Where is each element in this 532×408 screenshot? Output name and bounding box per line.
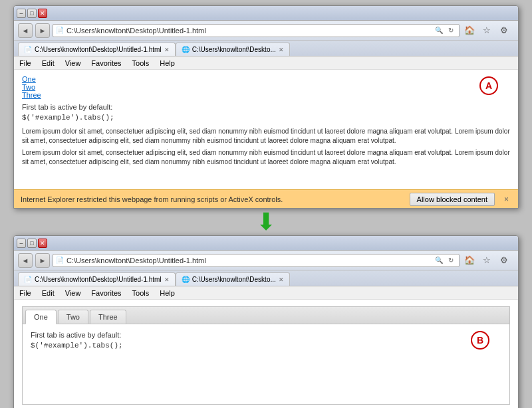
minimize-button-2[interactable]: –: [17, 239, 26, 248]
address-bar-2[interactable]: 📄 C:\Users\knowltont\Desktop\Untitled-1.…: [53, 254, 460, 267]
address-bar-1[interactable]: 📄 C:\Users\knowltont\Desktop\Untitled-1.…: [53, 24, 460, 37]
allow-blocked-content-button[interactable]: Allow blocked content: [410, 193, 495, 206]
browser-tab-4[interactable]: 🌐 C:\Users\knowltont\Deskto... ✕: [176, 272, 290, 286]
browser-window-2: – □ ✕ ◄ ► 📄 C:\Users\knowltont\Desktop\U…: [13, 235, 519, 408]
code-example-2: $('#example').tabs();: [31, 342, 501, 350]
address-text-1: C:\Users\knowltont\Desktop\Untitled-1.ht…: [66, 27, 431, 35]
ui-tab-two[interactable]: Two: [58, 310, 88, 324]
active-tab-text-1: First tab is active by default:: [22, 103, 510, 111]
nav-bar-1: ◄ ► 📄 C:\Users\knowltont\Desktop\Untitle…: [14, 21, 518, 41]
browser-content-2: One Two Three First tab is active by def…: [14, 300, 518, 408]
info-bar: Internet Explorer restricted this webpag…: [14, 189, 518, 208]
forward-button-2[interactable]: ►: [35, 253, 50, 268]
minimize-button-1[interactable]: –: [17, 9, 26, 18]
tab-icon-4: 🌐: [182, 276, 190, 283]
ui-tab-content: First tab is active by default: $('#exam…: [23, 324, 509, 404]
menu-bar-1: File Edit View Favorites Tools Help: [14, 56, 518, 70]
toolbar-right-1: 🏠 ☆ ⚙: [462, 23, 514, 38]
browser-content-1: One Two Three First tab is active by def…: [14, 70, 518, 189]
page-icon-2: 📄: [56, 256, 64, 264]
back-button-1[interactable]: ◄: [18, 23, 33, 38]
back-button-2[interactable]: ◄: [18, 253, 33, 268]
search-icon-2[interactable]: 🔍: [434, 255, 444, 266]
link-one[interactable]: One: [22, 75, 36, 83]
title-bar-1: – □ ✕: [14, 6, 518, 21]
title-bar-2: – □ ✕: [14, 236, 518, 251]
tab-label-1: C:\Users\knowltont\Desktop\Untitled-1.ht…: [35, 46, 162, 53]
menu-favorites-1[interactable]: Favorites: [90, 59, 122, 67]
menu-tools-2[interactable]: Tools: [131, 289, 151, 297]
link-two[interactable]: Two: [22, 83, 35, 91]
menu-help-1[interactable]: Help: [158, 59, 176, 67]
page-icon-1: 📄: [56, 27, 64, 34]
info-close-icon[interactable]: ×: [501, 195, 511, 204]
refresh-icon-1[interactable]: ↻: [446, 25, 456, 36]
lorem-paragraph-1: Lorem ipsum dolor sit amet, consectetuer…: [22, 127, 510, 146]
tab-icon-2: 🌐: [182, 46, 190, 53]
maximize-button-1[interactable]: □: [27, 9, 37, 18]
address-text-2: C:\Users\knowltont\Desktop\Untitled-1.ht…: [66, 256, 431, 264]
toolbar-right-2: 🏠 ☆ ⚙: [462, 253, 514, 268]
title-bar-left-2: – □ ✕: [17, 239, 47, 248]
ui-tab-one[interactable]: One: [25, 310, 57, 324]
down-arrow-icon: ⬇: [256, 210, 276, 234]
menu-view-2[interactable]: View: [64, 289, 82, 297]
address-actions-2: 🔍 ↻: [434, 255, 456, 266]
label-a: A: [479, 76, 498, 95]
code-example-1: $('#example').tabs();: [22, 114, 510, 122]
ui-tabs-nav: One Two Three: [23, 307, 509, 324]
tab-icon-3: 📄: [24, 276, 32, 283]
menu-tools-1[interactable]: Tools: [131, 59, 151, 67]
star-icon-2[interactable]: ☆: [479, 253, 494, 268]
tab-label-4: C:\Users\knowltont\Deskto...: [192, 276, 276, 283]
browser-tab-2[interactable]: 🌐 C:\Users\knowltont\Deskto... ✕: [176, 43, 290, 56]
nav-bar-2: ◄ ► 📄 C:\Users\knowltont\Desktop\Untitle…: [14, 251, 518, 270]
tab-close-2[interactable]: ✕: [279, 47, 284, 53]
lorem-paragraph-2: Lorem ipsum dolor sit amet, consectetuer…: [22, 148, 510, 167]
menu-bar-2: File Edit View Favorites Tools Help: [14, 286, 518, 300]
tab-label-2: C:\Users\knowltont\Deskto...: [192, 46, 276, 53]
ui-tabs-widget: One Two Three First tab is active by def…: [22, 306, 510, 405]
menu-file-2[interactable]: File: [18, 289, 33, 297]
refresh-icon-2[interactable]: ↻: [446, 255, 456, 266]
info-bar-text: Internet Explorer restricted this webpag…: [21, 195, 403, 203]
home-icon-1[interactable]: 🏠: [462, 23, 477, 38]
browser-tab-1-active[interactable]: 📄 C:\Users\knowltont\Desktop\Untitled-1.…: [18, 43, 176, 56]
link-three[interactable]: Three: [22, 91, 41, 99]
menu-edit-1[interactable]: Edit: [41, 59, 56, 67]
tab-bar-2: 📄 C:\Users\knowltont\Desktop\Untitled-1.…: [14, 270, 518, 286]
label-b: B: [471, 331, 489, 350]
menu-file-1[interactable]: File: [18, 59, 33, 67]
tab-bar-1: 📄 C:\Users\knowltont\Desktop\Untitled-1.…: [14, 41, 518, 56]
home-icon-2[interactable]: 🏠: [462, 253, 477, 268]
menu-view-1[interactable]: View: [64, 59, 82, 67]
browser-tab-3-active[interactable]: 📄 C:\Users\knowltont\Desktop\Untitled-1.…: [18, 272, 176, 286]
active-tab-text-2: First tab is active by default:: [31, 331, 501, 339]
tab-close-3[interactable]: ✕: [164, 276, 170, 283]
forward-button-1[interactable]: ►: [35, 23, 50, 38]
search-icon-1[interactable]: 🔍: [434, 25, 444, 36]
title-bar-left: – □ ✕: [17, 9, 47, 18]
ui-tab-three[interactable]: Three: [90, 310, 126, 324]
menu-favorites-2[interactable]: Favorites: [90, 289, 122, 297]
tab-close-1[interactable]: ✕: [164, 47, 170, 53]
address-actions-1: 🔍 ↻: [434, 25, 456, 36]
close-button-1[interactable]: ✕: [38, 9, 47, 18]
star-icon-1[interactable]: ☆: [479, 23, 494, 38]
tab-icon-1: 📄: [24, 46, 32, 53]
content-links: One Two Three: [22, 75, 510, 99]
tab-close-4[interactable]: ✕: [279, 276, 284, 283]
menu-edit-2[interactable]: Edit: [41, 289, 56, 297]
browser-window-1: – □ ✕ ◄ ► 📄 C:\Users\knowltont\Desktop\U…: [13, 5, 519, 209]
menu-help-2[interactable]: Help: [158, 289, 176, 297]
gear-icon-1[interactable]: ⚙: [497, 23, 511, 38]
close-button-2[interactable]: ✕: [38, 239, 47, 248]
maximize-button-2[interactable]: □: [27, 239, 37, 248]
arrow-container: ⬇: [13, 209, 519, 235]
tab-label-3: C:\Users\knowltont\Desktop\Untitled-1.ht…: [35, 276, 162, 283]
gear-icon-2[interactable]: ⚙: [497, 253, 511, 268]
